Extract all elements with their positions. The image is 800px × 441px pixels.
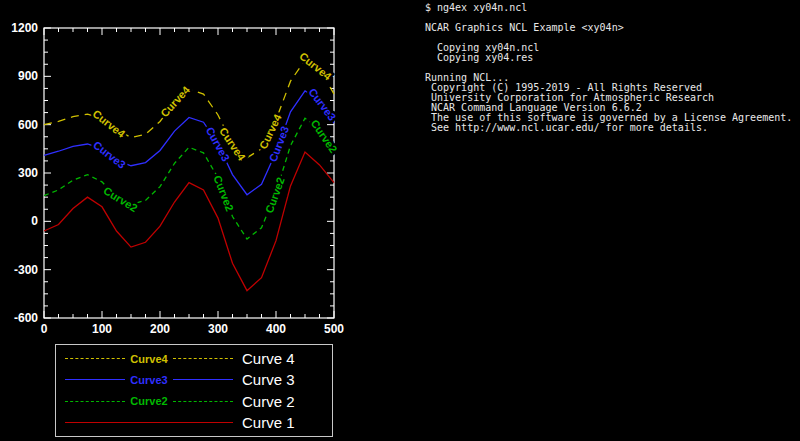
terminal-line: Copying xy04.res [425,53,797,63]
legend-entry: Curve3Curve 3 [56,369,332,390]
curve-inline-label: Curve2 [263,176,287,215]
curve-line-curve-3 [44,91,334,195]
y-tick-label: 900 [18,69,38,83]
x-tick-label: 200 [150,322,170,336]
x-tick-label: 300 [208,322,228,336]
y-tick-label: 1200 [11,21,38,35]
legend-line-segment [173,379,233,380]
y-tick-label: 0 [31,214,38,228]
legend-line-segment [65,401,125,402]
legend-line-sample [65,422,233,423]
legend-line-segment [173,401,233,402]
legend-inline-label: Curve3 [125,374,172,386]
curve-line-curve-4 [44,60,334,157]
curve-inline-label: Curve4 [158,83,193,119]
legend-line-sample: Curve3 [65,374,233,386]
y-tick-label: 600 [18,118,38,132]
legend-line-sample: Curve4 [65,353,233,365]
legend-label: Curve 3 [242,371,295,388]
ncl-graphics-window: 0100200300400500-600-30003006009001200Cu… [0,0,420,441]
legend-entry: Curve2Curve 2 [56,391,332,412]
xy-plot-svg: 0100200300400500-600-30003006009001200Cu… [0,0,420,340]
desktop: 0100200300400500-600-30003006009001200Cu… [0,0,800,441]
terminal-output[interactable]: $ ng4ex xy04n.nclNCAR Graphics NCL Examp… [425,3,797,438]
plot-frame [44,28,334,318]
curve-line-curve-2 [44,118,334,239]
legend-line-segment [65,379,125,380]
curve-inline-label: Curve2 [102,184,140,214]
curve-inline-label: Curve4 [297,50,334,83]
y-tick-label: -600 [14,311,38,325]
y-tick-label: 300 [18,166,38,180]
legend-label: Curve 4 [242,350,295,367]
x-tick-label: 400 [266,322,286,336]
legend-line-segment [65,422,233,423]
legend-inline-label: Curve2 [125,395,172,407]
legend-label: Curve 1 [242,414,295,431]
legend-entry: Curve 1 [56,412,332,433]
x-tick-label: 500 [324,322,344,336]
legend-inline-label: Curve4 [125,353,172,365]
legend-line-sample: Curve2 [65,395,233,407]
legend-line-segment [65,358,125,359]
terminal-line: See http://www.ncl.ucar.edu/ for more de… [425,123,797,133]
legend-line-segment [173,358,233,359]
legend-entry: Curve4Curve 4 [56,348,332,369]
plot-legend: Curve4Curve 4Curve3Curve 3Curve2Curve 2C… [55,344,333,437]
terminal-line: $ ng4ex xy04n.ncl [425,3,797,13]
legend-label: Curve 2 [242,393,295,410]
y-tick-label: -300 [14,263,38,277]
terminal-line: NCAR Graphics NCL Example <xy04n> [425,23,797,33]
x-tick-label: 0 [41,322,48,336]
curve-inline-label: Curve2 [211,174,236,213]
curve-inline-label: Curve3 [91,139,128,171]
curve-inline-label: Curve2 [309,117,340,155]
curve-line-curve-1 [44,152,334,291]
x-tick-label: 100 [92,322,112,336]
curve-inline-label: Curve4 [91,107,128,140]
